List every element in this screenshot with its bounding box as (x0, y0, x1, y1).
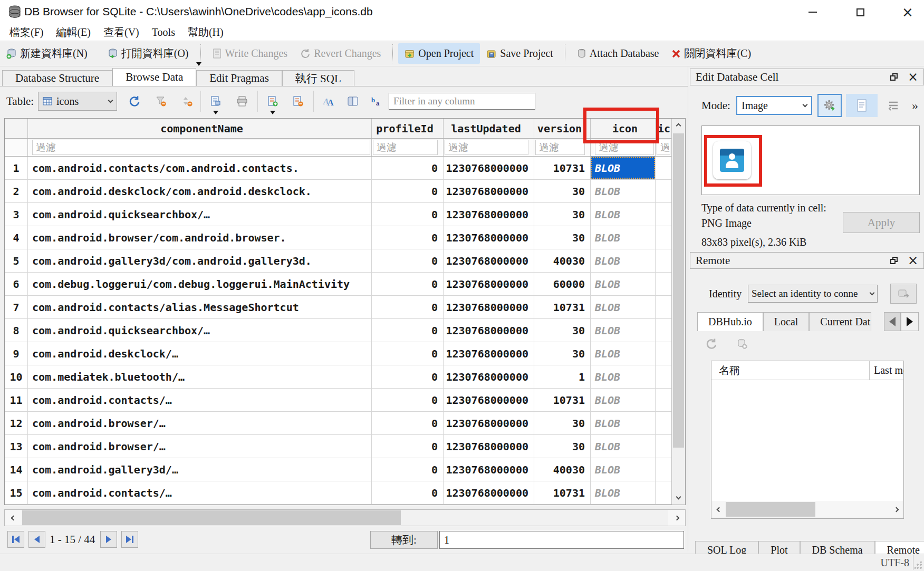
grid-vertical-scrollbar[interactable] (671, 119, 685, 505)
cell-partial[interactable] (656, 481, 671, 504)
new-database-button[interactable]: 新建資料庫(N) (0, 42, 94, 65)
cell-componentName[interactable]: com.android.contacts/com.android.contact… (28, 157, 372, 179)
cell-version[interactable]: 10731 (534, 157, 591, 179)
cell-partial[interactable] (656, 296, 671, 318)
first-record-button[interactable] (7, 531, 24, 548)
cell-version[interactable]: 30 (534, 180, 591, 202)
row-number-cell[interactable]: 9 (5, 342, 28, 365)
cell-profileId[interactable]: 0 (372, 365, 444, 388)
cell-version[interactable]: 10731 (534, 389, 591, 411)
row-number-cell[interactable]: 4 (5, 226, 28, 249)
cell-icon-blob[interactable]: BLOB (591, 412, 656, 434)
filter-input-profileId[interactable]: 過濾 (372, 139, 444, 156)
menu-edit[interactable]: 編輯(E) (51, 24, 96, 41)
cell-profileId[interactable]: 0 (372, 180, 444, 202)
open-project-button[interactable]: Open Project (398, 43, 480, 64)
cell-componentName[interactable]: com.android.browser/… (28, 412, 372, 434)
filter-input-componentName[interactable]: 過濾 (28, 139, 372, 156)
cell-icon-blob[interactable]: BLOB (591, 249, 656, 272)
row-number-cell[interactable]: 6 (5, 273, 28, 295)
cell-componentName[interactable]: com.android.contacts/… (28, 481, 372, 504)
cell-profileId[interactable]: 0 (372, 342, 444, 365)
float-panel-icon[interactable] (890, 73, 898, 81)
column-header-lastUpdated[interactable]: lastUpdated (444, 119, 534, 138)
save-project-button[interactable]: Save Project (480, 43, 560, 64)
close-panel-icon[interactable]: × (908, 254, 918, 267)
cell-profileId[interactable]: 0 (372, 458, 444, 481)
cell-partial[interactable] (656, 319, 671, 342)
cell-partial[interactable] (656, 342, 671, 365)
text-mode-button[interactable] (846, 94, 878, 117)
resize-grip[interactable] (915, 562, 922, 569)
export-dropdown-arrow[interactable] (213, 111, 218, 114)
row-number-cell[interactable]: 2 (5, 180, 28, 202)
last-record-button[interactable] (121, 531, 138, 548)
cell-partial[interactable] (656, 435, 671, 458)
cell-icon-blob[interactable]: BLOB (591, 481, 656, 504)
word-wrap-button[interactable] (884, 94, 903, 117)
cell-icon-blob[interactable]: BLOB (591, 157, 656, 179)
remote-list-horizontal-scrollbar[interactable] (712, 501, 903, 518)
cell-profileId[interactable]: 0 (372, 249, 444, 272)
font-button[interactable]: AA (320, 93, 338, 110)
cell-profileId[interactable]: 0 (372, 412, 444, 434)
tab-dbhub[interactable]: DBHub.io (697, 312, 763, 331)
row-number-cell[interactable]: 14 (5, 458, 28, 481)
cell-version[interactable]: 40030 (534, 249, 591, 272)
dock-splitter[interactable] (688, 66, 688, 551)
column-header-version[interactable]: version (534, 119, 591, 138)
cell-version[interactable]: 30 (534, 412, 591, 434)
row-number-cell[interactable]: 11 (5, 389, 28, 411)
delete-record-button[interactable] (289, 93, 307, 110)
cell-lastUpdated[interactable]: 1230768000000 (444, 481, 534, 504)
apply-button[interactable]: Apply (843, 212, 920, 233)
cell-partial[interactable] (656, 389, 671, 411)
cell-componentName[interactable]: com.android.quicksearchbox/… (28, 319, 372, 342)
filter-any-column-input[interactable] (389, 93, 535, 110)
menu-file[interactable]: 檔案(F) (4, 24, 49, 41)
cell-componentName[interactable]: com.android.quicksearchbox/… (28, 203, 372, 226)
cell-componentName[interactable]: com.android.browser/com.android.browser. (28, 226, 372, 249)
cell-version[interactable]: 1 (534, 365, 591, 388)
cell-partial[interactable] (656, 157, 671, 179)
cell-profileId[interactable]: 0 (372, 296, 444, 318)
horizontal-scroll-thumb[interactable] (22, 510, 401, 525)
encoding-indicator[interactable]: UTF-8 (881, 557, 909, 569)
tab-execute-sql[interactable]: 執行 SQL (282, 70, 354, 86)
tab-database-structure[interactable]: Database Structure (2, 70, 112, 86)
vertical-scroll-thumb[interactable] (673, 133, 684, 448)
cell-partial[interactable] (656, 226, 671, 249)
open-database-dropdown-arrow[interactable] (196, 62, 201, 66)
tab-scroll-right-button[interactable] (901, 312, 919, 331)
cell-lastUpdated[interactable]: 1230768000000 (444, 296, 534, 318)
import-data-button[interactable] (817, 94, 842, 117)
row-number-cell[interactable]: 12 (5, 412, 28, 434)
column-header-profileId[interactable]: profileId (372, 119, 444, 138)
scroll-left-button[interactable] (712, 501, 726, 518)
clear-filters-button[interactable] (152, 93, 170, 110)
cell-version[interactable]: 40030 (534, 458, 591, 481)
scroll-up-button[interactable] (672, 119, 685, 132)
cell-partial[interactable] (656, 249, 671, 272)
horizontal-scroll-thumb[interactable] (726, 502, 815, 517)
cell-version[interactable]: 30 (534, 203, 591, 226)
tab-browse-data[interactable]: Browse Data (112, 68, 196, 86)
maximize-button[interactable] (844, 0, 877, 24)
cell-profileId[interactable]: 0 (372, 435, 444, 458)
cell-componentName[interactable]: com.mediatek.bluetooth/… (28, 365, 372, 388)
last-modified-column-header[interactable]: Last mo (870, 361, 903, 380)
print-button[interactable] (233, 93, 251, 110)
filter-input-lastUpdated[interactable]: 過濾 (444, 139, 534, 156)
close-panel-icon[interactable]: × (908, 71, 918, 83)
previous-record-button[interactable] (28, 531, 45, 548)
panel-overflow-button[interactable]: » (907, 94, 923, 117)
row-number-cell[interactable]: 7 (5, 296, 28, 318)
dictionary-button[interactable] (344, 93, 362, 110)
goto-record-input[interactable] (439, 531, 684, 549)
grid-horizontal-scrollbar[interactable] (4, 509, 686, 526)
cell-icon-blob[interactable]: BLOB (591, 435, 656, 458)
cell-icon-blob[interactable]: BLOB (591, 273, 656, 295)
minimize-button[interactable] (796, 0, 829, 24)
cell-lastUpdated[interactable]: 1230768000000 (444, 435, 534, 458)
cell-profileId[interactable]: 0 (372, 157, 444, 179)
